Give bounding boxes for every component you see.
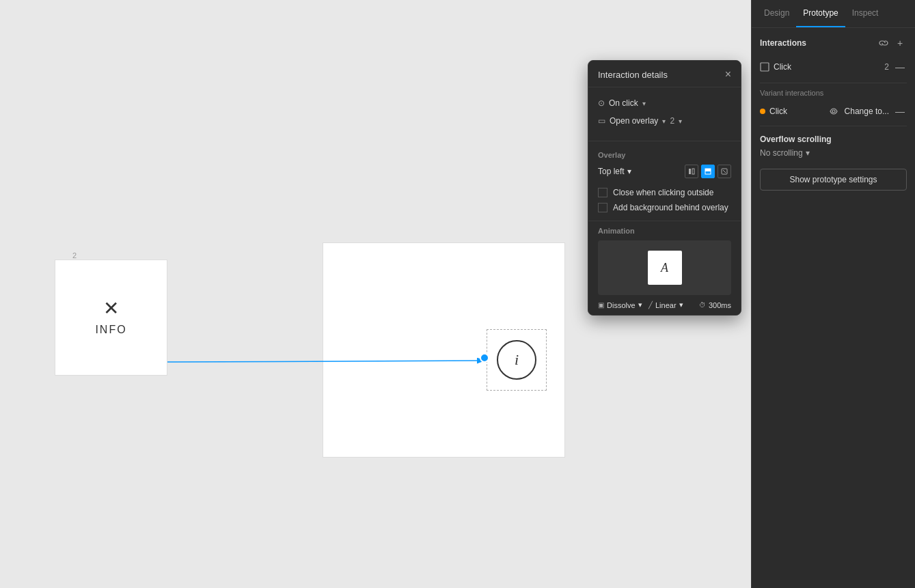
no-scrolling-label: No scrolling (760, 148, 803, 158)
layout-icon-1[interactable] (685, 165, 698, 178)
close-outside-checkbox[interactable] (598, 188, 607, 197)
overflow-section: Overflow scrolling No scrolling ▾ (760, 135, 907, 158)
svg-point-10 (832, 110, 835, 113)
trigger-text[interactable]: On click (609, 98, 638, 108)
action-chevron-icon: ▾ (662, 117, 666, 125)
info-text: INFO (95, 324, 126, 336)
linear-label: Linear (655, 301, 677, 309)
overlay-position-row: Top left ▾ (598, 165, 731, 178)
position-label: Top left (598, 167, 625, 176)
tab-inspect[interactable]: Inspect (845, 0, 886, 27)
variant-interaction-row: Click Change to... — (760, 102, 907, 120)
position-chip[interactable]: Top left ▾ (598, 167, 631, 176)
trigger-icon: ⊙ (598, 98, 605, 108)
linear-icon: ╱ (648, 301, 653, 309)
clock-icon: ⏱ (699, 301, 706, 309)
action-row: ▭ Open overlay ▾ 2 ▾ (598, 112, 731, 130)
dissolve-chevron-icon: ▾ (638, 300, 642, 309)
overlay-section-title: Overlay (598, 151, 731, 159)
modal-close-button[interactable]: × (725, 69, 731, 80)
action-icon: ▭ (598, 116, 605, 126)
modal-title: Interaction details (598, 70, 668, 80)
close-x-symbol: ✕ (103, 299, 119, 318)
interactions-title: Interactions (760, 38, 806, 48)
section-icons: + (877, 36, 907, 50)
trigger-row: ⊙ On click ▾ (598, 94, 731, 112)
canvas: 2 ✕ INFO 1 i (0, 0, 751, 588)
add-background-checkbox[interactable] (598, 203, 607, 212)
svg-rect-9 (761, 63, 769, 71)
frame-2: ✕ INFO (55, 260, 167, 376)
trigger-chevron-icon: ▾ (642, 100, 646, 107)
click-label[interactable]: Click (774, 62, 791, 72)
variant-left: Click (760, 107, 787, 116)
variant-action-label[interactable]: Change to... (845, 107, 889, 116)
click-badge-count: 2 (884, 62, 889, 72)
divider-2 (760, 126, 907, 126)
add-background-label: Add background behind overlay (613, 203, 728, 212)
action-num[interactable]: 2 (670, 116, 674, 126)
info-icon-circle: i (497, 340, 536, 380)
click-interaction-left: Click (760, 62, 791, 72)
frame-2-label: 2 (72, 251, 77, 260)
click-interaction-row: Click 2 — (760, 57, 907, 77)
animation-section-title: Animation (598, 227, 731, 235)
interactions-link-icon[interactable] (877, 36, 890, 50)
animation-preview-box: A (648, 251, 682, 285)
click-interaction-right: 2 — (884, 60, 907, 74)
overflow-title: Overflow scrolling (760, 135, 907, 144)
close-outside-row: Close when clicking outside (598, 185, 731, 200)
variant-click-label[interactable]: Click (769, 107, 787, 116)
layout-icon-2[interactable] (701, 165, 715, 178)
no-scrolling-chevron-icon: ▾ (806, 148, 810, 158)
action-num-chevron-icon: ▾ (679, 117, 682, 125)
overflow-row: No scrolling ▾ (760, 148, 907, 158)
position-layout-icons (685, 165, 731, 178)
duration-label: 300ms (709, 301, 731, 309)
interactions-section-header: Interactions + (760, 36, 907, 50)
interaction-details-modal: Interaction details × ⊙ On click ▾ ▭ Ope… (588, 60, 741, 316)
svg-rect-5 (705, 169, 711, 171)
duration-control[interactable]: ⏱ 300ms (699, 300, 731, 309)
modal-divider (588, 141, 741, 141)
click-remove-button[interactable]: — (893, 60, 907, 74)
svg-rect-4 (692, 169, 694, 174)
linear-control[interactable]: ╱ Linear ▾ (648, 300, 694, 309)
variant-interactions-label: Variant interactions (760, 89, 907, 97)
position-chevron-icon: ▾ (627, 167, 631, 176)
close-outside-label: Close when clicking outside (613, 188, 713, 197)
linear-chevron-icon: ▾ (679, 300, 683, 309)
animation-section: Animation A ▣ Dissolve ▾ ╱ Linear (588, 221, 741, 315)
tab-design[interactable]: Design (757, 0, 796, 27)
tab-prototype[interactable]: Prototype (796, 0, 845, 27)
add-background-row: Add background behind overlay (598, 200, 731, 215)
show-prototype-settings-button[interactable]: Show prototype settings (760, 169, 907, 191)
animation-controls: ▣ Dissolve ▾ ╱ Linear ▾ ⏱ 300ms (598, 300, 731, 309)
variant-orange-dot (760, 109, 765, 114)
add-interaction-button[interactable]: + (893, 36, 907, 50)
connection-dot (480, 353, 489, 363)
overlay-section: Overlay Top left ▾ (588, 145, 741, 221)
animation-preview: A (598, 240, 731, 295)
variant-change-to-icon (827, 104, 841, 118)
dissolve-control[interactable]: ▣ Dissolve ▾ (598, 300, 643, 309)
no-scrolling-chip[interactable]: No scrolling ▾ (760, 148, 810, 158)
dissolve-label: Dissolve (607, 301, 636, 309)
svg-rect-3 (689, 169, 691, 174)
layout-icon-3[interactable] (718, 165, 731, 178)
variant-right: Change to... — (827, 104, 907, 118)
divider-1 (760, 83, 907, 83)
action-text[interactable]: Open overlay (610, 116, 658, 126)
panel-content: Interactions + Click (752, 28, 915, 588)
right-panel: Design Prototype Inspect Interactions + (751, 0, 915, 588)
svg-line-8 (723, 170, 726, 173)
variant-remove-button[interactable]: — (893, 104, 907, 118)
dissolve-icon: ▣ (598, 301, 604, 309)
modal-header: Interaction details × (588, 61, 741, 87)
modal-body: ⊙ On click ▾ ▭ Open overlay ▾ 2 ▾ (588, 87, 741, 137)
info-icon-target: i (487, 329, 547, 391)
panel-tabs: Design Prototype Inspect (752, 0, 915, 28)
frame-chip-icon (760, 62, 769, 72)
